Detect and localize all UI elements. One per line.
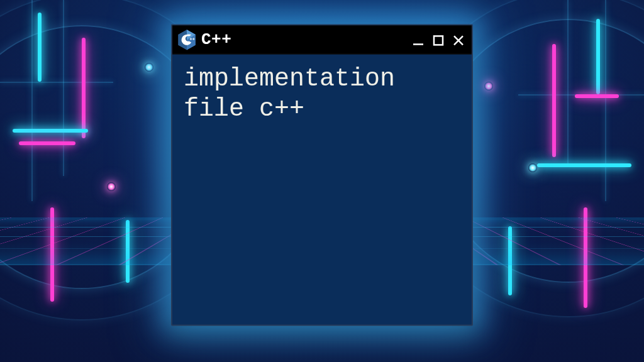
- svg-rect-8: [434, 36, 443, 45]
- window-controls: [411, 33, 465, 47]
- titlebar[interactable]: C++: [172, 25, 472, 54]
- terminal-content: implementation file c++: [172, 54, 472, 134]
- window-title: C++: [201, 30, 231, 49]
- minimize-button[interactable]: [411, 33, 425, 47]
- cpp-logo-icon: [177, 29, 196, 50]
- svg-rect-6: [193, 38, 194, 40]
- terminal-window: C++ implementation file c++: [171, 24, 473, 326]
- maximize-button[interactable]: [431, 33, 445, 47]
- close-button[interactable]: [452, 33, 465, 47]
- svg-rect-4: [191, 38, 191, 40]
